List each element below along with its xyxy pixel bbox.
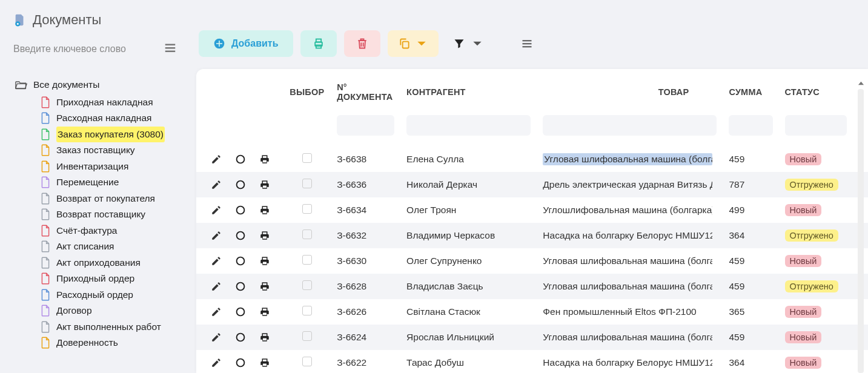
header-select[interactable]: ВЫБОР [283, 69, 331, 111]
printer-icon[interactable] [259, 281, 270, 292]
status-circle-icon[interactable] [235, 281, 246, 292]
sidebar-item[interactable]: Расходный ордер [41, 287, 179, 303]
row-checkbox[interactable] [302, 153, 312, 163]
row-actions [202, 154, 277, 165]
status-circle-icon[interactable] [235, 154, 246, 165]
status-circle-icon[interactable] [235, 179, 246, 190]
tree-root[interactable]: Все документы [15, 77, 179, 93]
cell-product: Угловая шлифовальная машина (болгарка) [543, 153, 712, 165]
header-sum[interactable]: СУММА [723, 69, 778, 111]
status-circle-icon[interactable] [235, 306, 246, 317]
status-circle-icon[interactable] [235, 256, 246, 266]
status-circle-icon[interactable] [235, 205, 246, 216]
sidebar-item-label: Инвентаризация [56, 159, 128, 175]
table-row[interactable]: З-6624 Ярослав Ильницкий Угловая шлифова… [196, 325, 868, 350]
row-checkbox[interactable] [302, 357, 312, 366]
row-checkbox[interactable] [302, 179, 312, 188]
sidebar-item[interactable]: Акт списания [41, 239, 179, 255]
edit-icon[interactable] [211, 230, 222, 241]
row-actions [202, 179, 277, 190]
cell-agent: Николай Деркач [400, 172, 537, 197]
sidebar-item[interactable]: Инвентаризация [41, 159, 179, 175]
copy-button[interactable] [388, 30, 439, 57]
sidebar-item[interactable]: Счёт-фактура [41, 223, 179, 239]
row-actions [202, 357, 277, 368]
table-row[interactable]: З-6622 Тарас Добуш Насадка на болгарку Б… [196, 350, 868, 373]
header-docno[interactable]: N° ДОКУМЕНТА [331, 69, 400, 111]
status-circle-icon[interactable] [235, 230, 246, 241]
table-row[interactable]: З-6636 Николай Деркач Дрель электрическа… [196, 172, 868, 197]
sidebar-item[interactable]: Заказ покупателя (3080) [41, 127, 179, 143]
row-checkbox[interactable] [302, 280, 312, 290]
sidebar-item[interactable]: Акт выполненных работ [41, 319, 179, 335]
filter-sum[interactable] [729, 115, 772, 136]
printer-icon[interactable] [259, 357, 270, 368]
filter-agent[interactable] [406, 115, 531, 136]
print-button[interactable] [300, 30, 337, 57]
edit-icon[interactable] [211, 306, 222, 317]
printer-icon[interactable] [259, 256, 270, 266]
file-icon [41, 176, 50, 188]
edit-icon[interactable] [211, 205, 222, 216]
status-badge: Отгружено [785, 280, 838, 292]
sidebar-item[interactable]: Приходный ордер [41, 271, 179, 287]
sidebar-item[interactable]: Доверенность [41, 335, 179, 351]
file-icon [41, 112, 50, 124]
printer-icon[interactable] [259, 332, 270, 343]
sidebar: Документы Все документы Приходная наклад… [0, 0, 188, 373]
sidebar-item[interactable]: Акт оприходования [41, 255, 179, 271]
edit-icon[interactable] [211, 332, 222, 343]
row-checkbox[interactable] [302, 255, 312, 265]
header-product[interactable]: ТОВАР [537, 69, 723, 111]
table-row[interactable]: З-6628 Владислав Заєць Угловая шлифоваль… [196, 274, 868, 299]
filter-status[interactable] [785, 115, 847, 136]
filter-button[interactable] [446, 30, 491, 57]
printer-icon[interactable] [259, 306, 270, 317]
search-input[interactable] [13, 44, 141, 54]
sidebar-item[interactable]: Расходная накладная [41, 110, 179, 127]
status-circle-icon[interactable] [235, 332, 246, 343]
cell-product: Угловая шлифовальная машина (болгар [543, 281, 712, 292]
sidebar-item[interactable]: Приходная накладная [41, 94, 179, 111]
sidebar-item[interactable]: Перемещение [41, 174, 179, 191]
add-button[interactable]: Добавить [199, 30, 293, 57]
row-checkbox[interactable] [302, 306, 312, 315]
sidebar-item[interactable]: Заказ поставщику [41, 142, 179, 159]
edit-icon[interactable] [211, 357, 222, 368]
edit-icon[interactable] [211, 154, 222, 165]
scroll-track[interactable] [858, 89, 864, 373]
file-icon [41, 257, 50, 269]
cell-sum: 459 [723, 248, 778, 274]
header-status[interactable]: СТАТУС [779, 69, 853, 111]
printer-icon[interactable] [259, 154, 270, 165]
row-checkbox[interactable] [302, 229, 312, 239]
sidebar-item-label: Приходная накладная [56, 94, 153, 111]
vertical-scrollbar[interactable] [856, 80, 866, 373]
edit-icon[interactable] [211, 281, 222, 292]
edit-icon[interactable] [211, 256, 222, 266]
sidebar-item[interactable]: Возврат поставщику [41, 206, 179, 223]
table-row[interactable]: З-6634 Олег Троян Углошлифовальная машин… [196, 197, 868, 223]
status-circle-icon[interactable] [235, 357, 246, 368]
sidebar-item[interactable]: Возврат от покупателя [41, 191, 179, 207]
sidebar-collapse-button[interactable] [161, 39, 179, 59]
more-menu-button[interactable] [514, 30, 540, 57]
table-row[interactable]: З-6632 Владимир Черкасов Насадка на болг… [196, 223, 868, 248]
cell-product: Фен промышленный Eltos ФП-2100 [543, 306, 696, 317]
table-row[interactable]: З-6626 Світлана Стасюк Фен промышленный … [196, 299, 868, 325]
filter-product[interactable] [543, 115, 717, 136]
row-checkbox[interactable] [302, 331, 312, 341]
sidebar-item[interactable]: Договор [41, 303, 179, 319]
printer-icon[interactable] [259, 230, 270, 241]
delete-button[interactable] [344, 30, 380, 57]
edit-icon[interactable] [211, 179, 222, 190]
filter-docno[interactable] [337, 115, 394, 136]
header-agent[interactable]: КОНТРАГЕНТ [400, 69, 537, 111]
printer-icon[interactable] [259, 205, 270, 216]
row-checkbox[interactable] [302, 204, 312, 214]
sidebar-item-label: Перемещение [56, 174, 119, 191]
table-row[interactable]: З-6638 Елена Сулла Угловая шлифовальная … [196, 147, 868, 172]
table-row[interactable]: З-6630 Олег Супруненко Угловая шлифоваль… [196, 248, 868, 274]
sidebar-item-label: Акт выполненных работ [56, 319, 161, 335]
printer-icon[interactable] [259, 179, 270, 190]
